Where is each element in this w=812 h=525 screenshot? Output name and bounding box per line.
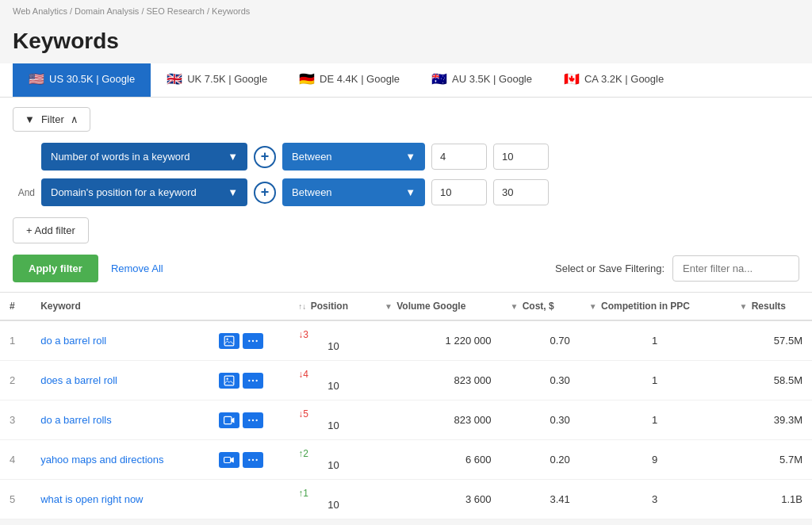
range-input-min-0[interactable] bbox=[431, 144, 487, 170]
col-cost[interactable]: ▼ Cost, $ bbox=[500, 293, 579, 320]
pos-change: ↓4 bbox=[298, 369, 366, 380]
svg-point-1 bbox=[227, 338, 228, 339]
add-filter-button[interactable]: + Add filter bbox=[13, 217, 89, 243]
more-icon-btn[interactable] bbox=[243, 452, 263, 468]
chevron-down-icon: ▼ bbox=[228, 186, 238, 198]
cost-cell: 3.41 bbox=[500, 480, 579, 519]
row-num: 2 bbox=[0, 361, 31, 400]
condition-select-0[interactable]: Between ▼ bbox=[282, 143, 425, 171]
filter-toggle-button[interactable]: ▼ Filter ∧ bbox=[13, 107, 90, 132]
volume-cell: 823 000 bbox=[375, 361, 500, 400]
field-select-1[interactable]: Domain's position for a keyword ▼ bbox=[41, 178, 247, 206]
flag-icon: 🇺🇸 bbox=[29, 71, 44, 86]
flag-icon: 🇬🇧 bbox=[167, 71, 182, 86]
table-row: 1 do a barrel roll ↓3 10 1 220 000 0.70 … bbox=[0, 320, 812, 361]
col-competition[interactable]: ▼ Competition in PPC bbox=[580, 293, 730, 320]
plus-button-0[interactable]: + bbox=[254, 146, 276, 168]
svg-point-3 bbox=[252, 339, 254, 341]
table-row: 3 do a barrel rolls ↓5 10 823 000 0.30 1… bbox=[0, 400, 812, 440]
tab-us[interactable]: 🇺🇸 US 30.5K | Google bbox=[13, 63, 151, 97]
tab-uk[interactable]: 🇬🇧 UK 7.5K | Google bbox=[151, 63, 283, 97]
col-actions bbox=[209, 293, 289, 320]
tab-de[interactable]: 🇩🇪 DE 4.4K | Google bbox=[283, 63, 416, 97]
col-keyword: Keyword bbox=[31, 293, 209, 320]
flag-icon: 🇨🇦 bbox=[564, 71, 580, 86]
keyword-cell: do a barrel rolls bbox=[31, 400, 209, 440]
pos-change: ↓3 bbox=[298, 329, 366, 340]
col-position[interactable]: ↑↓ Position bbox=[289, 293, 375, 320]
keyword-link[interactable]: what is open right now bbox=[40, 493, 143, 505]
keyword-link[interactable]: do a barrel roll bbox=[40, 335, 106, 347]
position-cell: ↓4 10 bbox=[289, 361, 375, 400]
more-icon-btn[interactable] bbox=[243, 412, 263, 428]
filter-icon: ▼ bbox=[25, 113, 35, 125]
remove-all-button[interactable]: Remove All bbox=[111, 262, 163, 274]
image-icon-btn[interactable] bbox=[219, 333, 239, 349]
tab-au[interactable]: 🇦🇺 AU 3.5K | Google bbox=[416, 63, 548, 97]
svg-point-15 bbox=[248, 458, 250, 460]
chevron-up-icon: ∧ bbox=[71, 113, 79, 125]
competition-cell: 1 bbox=[580, 320, 730, 361]
tab-label: UK 7.5K | Google bbox=[187, 73, 267, 85]
keyword-link[interactable]: yahoo maps and directions bbox=[40, 454, 163, 466]
keyword-cell: what is open right now bbox=[31, 480, 209, 519]
apply-filter-button[interactable]: Apply filter bbox=[13, 255, 98, 282]
breadcrumb: Web Analytics / Domain Analysis / SEO Re… bbox=[0, 0, 812, 22]
flag-icon: 🇩🇪 bbox=[299, 71, 315, 86]
position-cell: ↓3 10 bbox=[289, 320, 375, 361]
range-input-max-0[interactable] bbox=[493, 144, 549, 170]
range-input-max-1[interactable] bbox=[493, 179, 549, 205]
table-row: 4 yahoo maps and directions ↑2 10 6 600 … bbox=[0, 440, 812, 480]
volume-cell: 1 220 000 bbox=[375, 320, 500, 361]
svg-rect-0 bbox=[224, 336, 234, 346]
cost-cell: 0.30 bbox=[500, 361, 579, 400]
chevron-down-icon: ▼ bbox=[405, 186, 416, 198]
field-label: Number of words in a keyword bbox=[51, 151, 190, 163]
competition-cell: 9 bbox=[580, 440, 730, 480]
svg-rect-14 bbox=[224, 457, 231, 462]
cost-cell: 0.70 bbox=[500, 320, 579, 361]
action-icons-cell bbox=[209, 320, 289, 361]
position-cell: ↑1 10 bbox=[289, 480, 375, 519]
filter-row-0: Number of words in a keyword ▼ + Between… bbox=[13, 143, 799, 171]
col-num: # bbox=[0, 293, 31, 320]
svg-point-2 bbox=[248, 339, 250, 341]
image-icon-btn[interactable] bbox=[219, 373, 239, 389]
save-filter-input[interactable] bbox=[672, 255, 799, 282]
results-cell: 57.5M bbox=[730, 320, 812, 361]
svg-rect-10 bbox=[224, 416, 232, 423]
col-results[interactable]: ▼ Results bbox=[730, 293, 812, 320]
condition-label: Between bbox=[292, 151, 332, 163]
svg-point-16 bbox=[252, 458, 254, 460]
tab-label: DE 4.4K | Google bbox=[320, 73, 400, 85]
col-volume[interactable]: ▼ Volume Google bbox=[375, 293, 500, 320]
more-icon-btn[interactable] bbox=[243, 333, 263, 349]
condition-select-1[interactable]: Between ▼ bbox=[282, 178, 425, 206]
video-cam-icon-btn[interactable] bbox=[219, 452, 239, 468]
svg-point-4 bbox=[256, 339, 258, 341]
flag-icon: 🇦🇺 bbox=[431, 71, 447, 86]
and-label: And bbox=[13, 187, 35, 198]
action-icons-cell bbox=[209, 400, 289, 440]
cost-cell: 0.20 bbox=[500, 440, 579, 480]
row-num: 3 bbox=[0, 400, 31, 440]
keyword-link[interactable]: do a barrel rolls bbox=[40, 414, 112, 426]
svg-point-6 bbox=[227, 377, 228, 379]
keyword-cell: yahoo maps and directions bbox=[31, 440, 209, 480]
more-icon-btn[interactable] bbox=[243, 373, 263, 389]
keyword-link[interactable]: does a barrel roll bbox=[40, 374, 117, 386]
action-icons-cell bbox=[209, 361, 289, 400]
svg-point-9 bbox=[256, 379, 258, 381]
filter-row-1: And Domain's position for a keyword ▼ + … bbox=[13, 178, 799, 206]
table-section: # Keyword ↑↓ Position ▼ Volume Google ▼ … bbox=[0, 293, 812, 519]
plus-button-1[interactable]: + bbox=[254, 182, 276, 204]
field-select-0[interactable]: Number of words in a keyword ▼ bbox=[41, 143, 247, 171]
pos-change: ↓5 bbox=[298, 408, 366, 420]
range-input-min-1[interactable] bbox=[431, 179, 487, 205]
row-num: 5 bbox=[0, 480, 31, 519]
svg-rect-5 bbox=[224, 376, 234, 385]
video-icon-btn[interactable] bbox=[219, 412, 239, 428]
competition-cell: 3 bbox=[580, 480, 730, 519]
tab-label: CA 3.2K | Google bbox=[584, 73, 664, 85]
tab-ca[interactable]: 🇨🇦 CA 3.2K | Google bbox=[548, 63, 680, 97]
